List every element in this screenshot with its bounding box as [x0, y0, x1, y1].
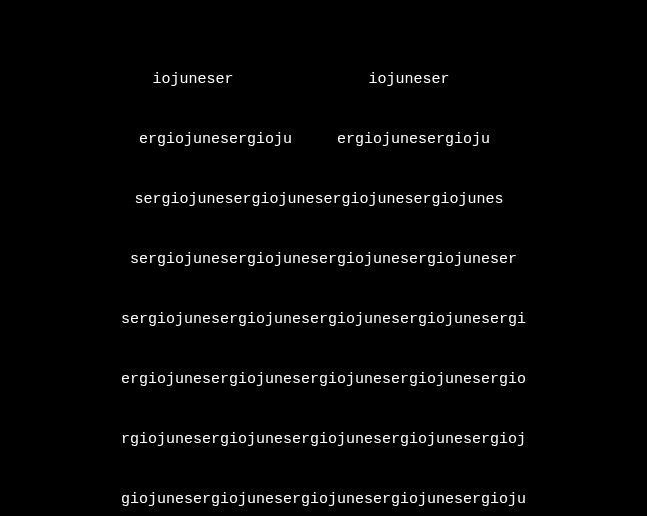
ascii-line: sergiojunesergiojunesergiojunesergiojune… [0, 310, 647, 330]
ascii-line: sergiojunesergiojunesergiojunesergiojune… [0, 190, 647, 210]
ascii-line: ergiojunesergiojunesergiojunesergiojunes… [0, 370, 647, 390]
ascii-line: iojuneser iojuneser [0, 70, 647, 90]
ascii-heart-art: iojuneser iojuneser ergiojunesergioju er… [0, 30, 647, 516]
ascii-line: giojunesergiojunesergiojunesergiojuneser… [0, 490, 647, 510]
ascii-line: rgiojunesergiojunesergiojunesergiojunese… [0, 430, 647, 450]
ascii-line: ergiojunesergioju ergiojunesergioju [0, 130, 647, 150]
ascii-line: sergiojunesergiojunesergiojunesergiojune… [0, 250, 647, 270]
